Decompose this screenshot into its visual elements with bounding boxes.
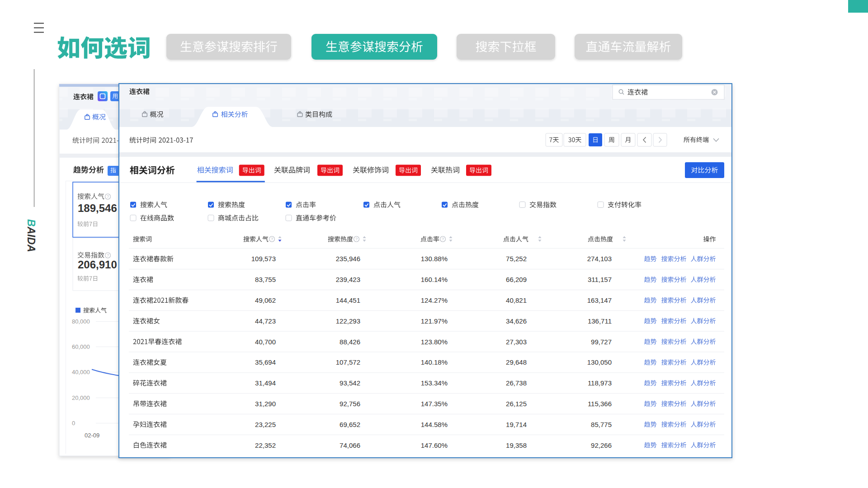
svg-text:80,000: 80,000 — [72, 318, 90, 325]
svg-text:75,252: 75,252 — [506, 255, 527, 263]
svg-text:109,573: 109,573 — [251, 255, 276, 263]
svg-text:235,946: 235,946 — [336, 255, 360, 263]
svg-text:311,157: 311,157 — [588, 276, 612, 283]
svg-text:123.80%: 123.80% — [421, 338, 448, 346]
svg-text:93,542: 93,542 — [340, 379, 360, 387]
svg-text:130.88%: 130.88% — [421, 255, 448, 263]
svg-text:31,494: 31,494 — [255, 379, 276, 387]
svg-text:239,423: 239,423 — [336, 276, 360, 283]
svg-text:92,756: 92,756 — [340, 400, 360, 408]
svg-text:20,000: 20,000 — [72, 394, 90, 401]
svg-text:34,626: 34,626 — [506, 317, 527, 325]
svg-text:02-09: 02-09 — [85, 432, 99, 439]
svg-text:92,266: 92,266 — [591, 441, 612, 449]
svg-text:274,103: 274,103 — [587, 255, 612, 263]
svg-text:153.34%: 153.34% — [421, 379, 448, 387]
svg-text:206,910: 206,910 — [78, 258, 117, 271]
svg-text:136,711: 136,711 — [588, 317, 612, 325]
svg-text:22,352: 22,352 — [255, 441, 276, 449]
svg-text:40,821: 40,821 — [506, 296, 527, 304]
svg-text:19,358: 19,358 — [506, 441, 527, 449]
svg-text:26,125: 26,125 — [506, 400, 527, 408]
svg-text:29,648: 29,648 — [506, 358, 527, 366]
svg-text:115,366: 115,366 — [588, 400, 612, 408]
svg-text:23,225: 23,225 — [255, 421, 276, 428]
svg-text:130,050: 130,050 — [587, 358, 612, 366]
svg-text:26,738: 26,738 — [506, 379, 527, 387]
svg-text:83,755: 83,755 — [255, 276, 276, 283]
svg-text:BAIDA: BAIDA — [25, 219, 37, 252]
svg-text:107,572: 107,572 — [336, 358, 360, 366]
svg-text:144.58%: 144.58% — [421, 421, 448, 428]
svg-text:19,714: 19,714 — [506, 421, 527, 428]
svg-text:44,723: 44,723 — [255, 317, 276, 325]
svg-text:69,652: 69,652 — [340, 421, 360, 428]
svg-text:163,147: 163,147 — [587, 296, 612, 304]
svg-text:74,066: 74,066 — [340, 441, 360, 449]
svg-text:85,775: 85,775 — [591, 421, 612, 428]
svg-text:147.60%: 147.60% — [421, 441, 448, 449]
svg-text:0: 0 — [72, 420, 75, 427]
svg-text:88,426: 88,426 — [340, 338, 360, 346]
svg-text:27,303: 27,303 — [506, 338, 527, 346]
svg-text:147.35%: 147.35% — [421, 400, 448, 408]
svg-text:124.27%: 124.27% — [421, 296, 448, 304]
svg-text:49,062: 49,062 — [255, 296, 276, 304]
svg-text:40,000: 40,000 — [72, 369, 90, 375]
svg-text:140.18%: 140.18% — [421, 358, 448, 366]
svg-text:121.97%: 121.97% — [421, 317, 448, 325]
svg-text:60,000: 60,000 — [72, 343, 90, 350]
svg-text:160.14%: 160.14% — [421, 276, 448, 283]
svg-text:118,973: 118,973 — [588, 379, 612, 387]
svg-text:66,209: 66,209 — [506, 276, 527, 283]
svg-text:31,290: 31,290 — [255, 400, 276, 408]
svg-text:35,694: 35,694 — [255, 358, 276, 366]
svg-text:99,727: 99,727 — [591, 338, 612, 346]
svg-text:189,546: 189,546 — [78, 202, 117, 214]
svg-text:144,451: 144,451 — [336, 296, 360, 304]
svg-text:122,293: 122,293 — [336, 317, 360, 325]
svg-text:40,700: 40,700 — [255, 338, 276, 346]
